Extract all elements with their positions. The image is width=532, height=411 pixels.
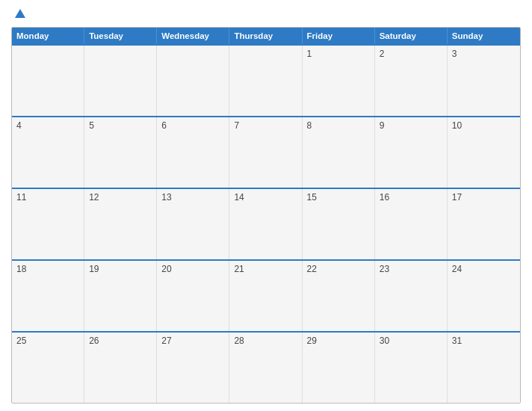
day-number: 5 xyxy=(89,120,94,131)
calendar-day-cell xyxy=(157,46,229,116)
day-number: 11 xyxy=(16,192,26,203)
calendar-day-cell: 31 xyxy=(448,333,520,403)
calendar-day-cell: 29 xyxy=(303,333,375,403)
day-number: 22 xyxy=(307,264,317,274)
logo xyxy=(13,7,27,21)
page-header xyxy=(11,7,521,21)
calendar-day-cell: 11 xyxy=(12,189,84,259)
day-number: 29 xyxy=(307,336,317,346)
logo-icon xyxy=(13,7,27,21)
calendar-day-cell: 15 xyxy=(303,189,375,259)
day-number: 23 xyxy=(380,264,389,274)
calendar-day-cell: 8 xyxy=(303,117,375,188)
calendar-day-cell: 22 xyxy=(303,261,375,331)
calendar-day-cell xyxy=(229,46,302,116)
calendar-day-cell: 16 xyxy=(375,189,448,259)
calendar-day-cell: 25 xyxy=(12,333,84,403)
day-number: 27 xyxy=(161,336,171,346)
calendar-grid: MondayTuesdayWednesdayThursdayFridaySatu… xyxy=(11,27,521,404)
day-number: 19 xyxy=(89,264,99,274)
calendar-week-2: 45678910 xyxy=(12,116,520,188)
calendar-day-cell: 12 xyxy=(84,189,157,259)
calendar-day-cell: 17 xyxy=(448,189,520,259)
header-cell-friday: Friday xyxy=(303,28,375,44)
calendar-day-cell: 19 xyxy=(84,261,157,331)
calendar-header-row: MondayTuesdayWednesdayThursdayFridaySatu… xyxy=(12,28,520,44)
calendar-body: 1234567891011121314151617181920212223242… xyxy=(12,44,520,403)
calendar-day-cell: 9 xyxy=(375,117,448,188)
calendar-day-cell: 4 xyxy=(12,117,84,188)
calendar-week-3: 11121314151617 xyxy=(12,188,520,259)
calendar-day-cell: 6 xyxy=(157,117,229,188)
calendar-week-1: 123 xyxy=(12,44,520,116)
calendar-day-cell: 23 xyxy=(375,261,448,331)
calendar-day-cell: 26 xyxy=(84,333,157,403)
calendar-day-cell xyxy=(12,46,84,116)
calendar-day-cell: 7 xyxy=(229,117,302,188)
day-number: 16 xyxy=(380,192,389,203)
calendar-day-cell: 21 xyxy=(229,261,302,331)
day-number: 17 xyxy=(452,192,462,203)
day-number: 20 xyxy=(161,264,171,274)
calendar-day-cell: 18 xyxy=(12,261,84,331)
day-number: 18 xyxy=(16,264,26,274)
day-number: 26 xyxy=(89,336,99,346)
day-number: 12 xyxy=(89,192,99,203)
day-number: 2 xyxy=(380,49,385,59)
header-cell-tuesday: Tuesday xyxy=(84,28,157,44)
header-cell-thursday: Thursday xyxy=(229,28,302,44)
calendar-day-cell: 5 xyxy=(84,117,157,188)
day-number: 8 xyxy=(307,120,312,131)
calendar-day-cell: 30 xyxy=(375,333,448,403)
header-cell-monday: Monday xyxy=(12,28,84,44)
day-number: 3 xyxy=(452,49,457,59)
day-number: 9 xyxy=(380,120,385,131)
calendar-day-cell: 27 xyxy=(157,333,229,403)
day-number: 30 xyxy=(380,336,389,346)
calendar-week-5: 25262728293031 xyxy=(12,331,520,403)
day-number: 13 xyxy=(161,192,171,203)
day-number: 31 xyxy=(452,336,462,346)
day-number: 15 xyxy=(307,192,317,203)
day-number: 14 xyxy=(234,192,244,203)
day-number: 28 xyxy=(234,336,244,346)
svg-marker-0 xyxy=(15,9,25,18)
calendar-day-cell: 10 xyxy=(448,117,520,188)
calendar-page: MondayTuesdayWednesdayThursdayFridaySatu… xyxy=(0,0,532,411)
calendar-week-4: 18192021222324 xyxy=(12,259,520,331)
calendar-day-cell: 28 xyxy=(229,333,302,403)
day-number: 6 xyxy=(161,120,167,131)
header-cell-saturday: Saturday xyxy=(375,28,448,44)
calendar-day-cell: 20 xyxy=(157,261,229,331)
day-number: 25 xyxy=(16,336,26,346)
calendar-day-cell: 24 xyxy=(448,261,520,331)
calendar-day-cell: 1 xyxy=(303,46,375,116)
day-number: 1 xyxy=(307,49,312,59)
calendar-day-cell: 2 xyxy=(375,46,448,116)
calendar-day-cell xyxy=(84,46,157,116)
header-cell-sunday: Sunday xyxy=(448,28,520,44)
calendar-day-cell: 13 xyxy=(157,189,229,259)
calendar-day-cell: 3 xyxy=(448,46,520,116)
day-number: 10 xyxy=(452,120,462,131)
calendar-day-cell: 14 xyxy=(229,189,302,259)
day-number: 4 xyxy=(16,120,22,131)
day-number: 24 xyxy=(452,264,462,274)
header-cell-wednesday: Wednesday xyxy=(157,28,229,44)
day-number: 21 xyxy=(234,264,244,274)
day-number: 7 xyxy=(234,120,239,131)
